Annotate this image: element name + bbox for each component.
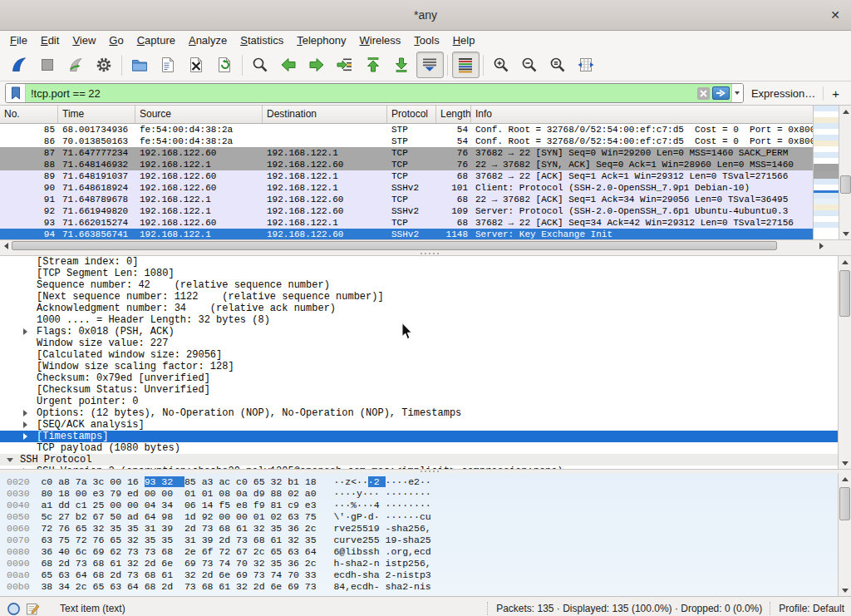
detail-row[interactable]: Acknowledgment number: 34 (relative ack … <box>0 303 838 314</box>
column-header-info[interactable]: Info <box>471 106 813 123</box>
intelligent-scrollbar-minimap[interactable] <box>813 106 839 239</box>
packet-row-92[interactable]: 9271.661949820192.168.122.1192.168.122.6… <box>0 205 813 217</box>
packet-row-90[interactable]: 9071.648618924192.168.122.60192.168.122.… <box>0 182 813 194</box>
hex-row-0030[interactable]: 0030 80 18 00 e3 79 ed 00 00 01 01 08 0a… <box>0 488 838 500</box>
scroll-left-icon[interactable] <box>0 240 12 251</box>
menu-wireless[interactable]: Wireless <box>353 32 408 48</box>
detail-row[interactable]: [Window size scaling factor: 128] <box>0 361 838 372</box>
go-forward-button[interactable] <box>303 52 331 78</box>
scrollbar-thumb[interactable] <box>12 241 777 250</box>
hex-row-0020[interactable]: 0020 c0 a8 7a 3c 00 16 93 32 85 a3 ac c0… <box>0 476 838 488</box>
go-first-packet-button[interactable] <box>360 52 387 78</box>
filter-bookmark-icon[interactable] <box>6 84 26 102</box>
expander-closed-icon[interactable] <box>23 468 37 469</box>
detail-row[interactable]: SSH Version 2 (encryption:chacha20-poly1… <box>0 466 838 469</box>
menu-edit[interactable]: Edit <box>34 32 66 48</box>
detail-row[interactable]: [Calculated window size: 29056] <box>0 349 838 361</box>
stop-capture-button[interactable] <box>34 52 61 78</box>
menu-statistics[interactable]: Statistics <box>234 32 290 48</box>
packet-row-89[interactable]: 8971.648191037192.168.122.60192.168.122.… <box>0 170 813 182</box>
expander-closed-icon[interactable] <box>23 433 37 440</box>
menu-analyze[interactable]: Analyze <box>182 32 234 48</box>
scroll-down-icon[interactable] <box>839 228 851 239</box>
packet-row-91[interactable]: 9171.648789678192.168.122.1192.168.122.6… <box>0 194 813 205</box>
expression-button[interactable]: Expression… <box>751 87 815 100</box>
zoom-original-button[interactable] <box>544 52 572 78</box>
details-vscrollbar[interactable] <box>838 256 851 469</box>
detail-row[interactable]: 1000 .... = Header Length: 32 bytes (8) <box>0 314 838 326</box>
menu-help[interactable]: Help <box>446 32 482 48</box>
save-file-button[interactable] <box>155 52 182 78</box>
close-file-button[interactable] <box>183 52 210 78</box>
scrollbar-thumb[interactable] <box>839 270 850 317</box>
expert-info-icon[interactable] <box>7 602 21 616</box>
packet-list-hscrollbar[interactable] <box>0 239 851 252</box>
profile-text[interactable]: Profile: Default <box>779 603 844 614</box>
scrollbar-thumb[interactable] <box>839 487 850 520</box>
column-header-source[interactable]: Source <box>135 106 263 123</box>
start-capture-button[interactable] <box>6 52 33 78</box>
packet-row-87[interactable]: 8771.647777234192.168.122.60192.168.122.… <box>0 147 813 159</box>
detail-row[interactable]: [Timestamps] <box>0 431 838 442</box>
detail-row[interactable]: [Stream index: 0] <box>0 256 838 268</box>
expander-closed-icon[interactable] <box>23 328 37 335</box>
hex-row-0050[interactable]: 0050 5c 27 b2 67 50 ad 64 98 1d 92 00 00… <box>0 511 838 523</box>
column-header-destination[interactable]: Destination <box>263 106 387 123</box>
menu-telephony[interactable]: Telephony <box>290 32 352 48</box>
scrollbar-thumb[interactable] <box>840 175 851 194</box>
packet-row-86[interactable]: 8670.013850163fe:54:00:d4:38:2aSTP54Conf… <box>0 136 813 147</box>
detail-row[interactable]: Sequence number: 42 (relative sequence n… <box>0 279 838 291</box>
menu-view[interactable]: View <box>66 32 102 48</box>
column-header-time[interactable]: Time <box>58 106 135 123</box>
filter-clear-icon[interactable] <box>697 87 710 100</box>
filter-text[interactable]: !tcp.port == 22 <box>26 84 696 102</box>
hex-row-0060[interactable]: 0060 72 76 65 32 35 35 31 39 2d 73 68 61… <box>0 523 838 535</box>
zoom-in-button[interactable] <box>488 52 515 78</box>
bytes-vscrollbar[interactable] <box>838 473 851 596</box>
detail-row[interactable]: Options: (12 bytes), No-Operation (NOP),… <box>0 407 838 419</box>
hex-row-0080[interactable]: 0080 36 40 6c 69 62 73 73 68 2e 6f 72 67… <box>0 546 838 558</box>
resize-columns-button[interactable] <box>573 52 600 78</box>
expander-closed-icon[interactable] <box>23 421 37 428</box>
detail-row[interactable]: Flags: 0x018 (PSH, ACK) <box>0 326 838 338</box>
add-filter-button[interactable]: + <box>823 86 846 101</box>
detail-row[interactable]: Window size value: 227 <box>0 338 838 349</box>
capture-comment-icon[interactable] <box>26 602 40 616</box>
detail-row[interactable]: Checksum: 0x79ed [unverified] <box>0 372 838 384</box>
colorize-button[interactable] <box>452 52 480 78</box>
detail-row[interactable]: TCP payload (1080 bytes) <box>0 442 838 454</box>
filter-apply-icon[interactable] <box>712 86 730 100</box>
scroll-down-icon[interactable] <box>839 584 851 596</box>
hex-row-0040[interactable]: 0040 a1 dd c1 25 00 00 04 34 06 14 f5 e8… <box>0 500 838 511</box>
go-to-packet-button[interactable] <box>332 52 359 78</box>
packet-row-93[interactable]: 9371.662015274192.168.122.60192.168.122.… <box>0 217 813 229</box>
restart-capture-button[interactable] <box>62 52 90 78</box>
auto-scroll-button[interactable] <box>416 52 444 78</box>
expander-closed-icon[interactable] <box>23 410 37 416</box>
go-last-packet-button[interactable] <box>388 52 416 78</box>
packet-row-94[interactable]: 9471.663856741192.168.122.1192.168.122.6… <box>0 229 813 239</box>
menu-capture[interactable]: Capture <box>130 32 182 48</box>
detail-row[interactable]: SSH Protocol <box>0 454 838 466</box>
menu-file[interactable]: File <box>3 32 34 48</box>
go-back-button[interactable] <box>275 52 303 78</box>
zoom-out-button[interactable] <box>516 52 544 78</box>
display-filter-input[interactable]: !tcp.port == 22 <box>5 83 744 103</box>
capture-options-button[interactable] <box>91 52 118 78</box>
menu-go[interactable]: Go <box>102 32 130 48</box>
scroll-up-icon[interactable] <box>839 473 851 485</box>
detail-row[interactable]: [Next sequence number: 1122 (relative se… <box>0 291 838 303</box>
column-header-no[interactable]: No. <box>0 106 58 123</box>
reload-file-button[interactable] <box>211 52 239 78</box>
hex-row-0070[interactable]: 0070 63 75 72 76 65 32 35 35 31 39 2d 73… <box>0 535 838 546</box>
detail-row[interactable]: [TCP Segment Len: 1080] <box>0 268 838 279</box>
find-packet-button[interactable] <box>247 52 274 78</box>
detail-row[interactable]: Urgent pointer: 0 <box>0 396 838 407</box>
hex-row-00b0[interactable]: 00b0 38 34 2c 65 63 64 68 2d 73 68 61 32… <box>0 581 838 593</box>
detail-row[interactable]: [Checksum Status: Unverified] <box>0 384 838 396</box>
filter-history-dropdown[interactable] <box>731 84 743 102</box>
expander-open-icon[interactable] <box>7 458 20 462</box>
packet-row-85[interactable]: 8568.001734936fe:54:00:d4:38:2aSTP54Conf… <box>0 124 813 136</box>
open-file-button[interactable] <box>126 52 154 78</box>
packet-list-vscrollbar[interactable] <box>839 106 851 239</box>
